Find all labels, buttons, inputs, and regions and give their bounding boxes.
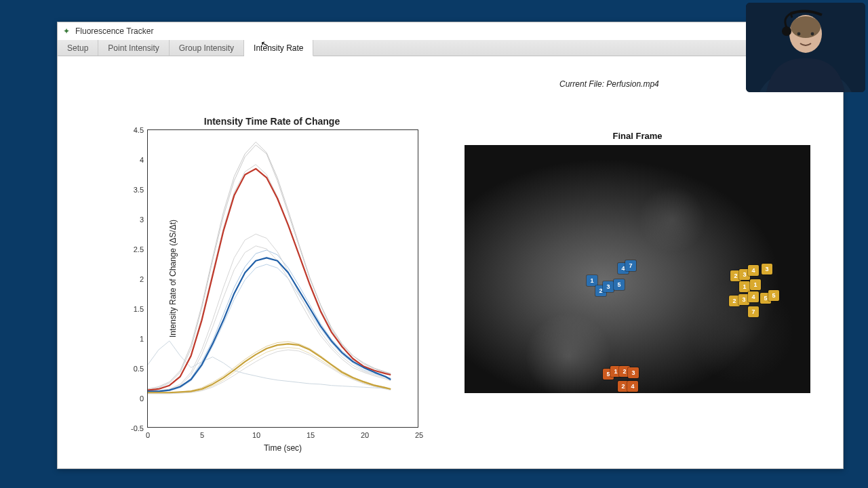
y-tick: 4.5 — [117, 126, 144, 134]
x-tick: 25 — [415, 431, 423, 439]
series-gray_hi_3 — [148, 165, 391, 392]
roi-marker[interactable]: 3 — [603, 281, 614, 292]
current-file-prefix: Current File: — [559, 79, 606, 89]
series-lightblue_2 — [148, 264, 391, 391]
x-axis-label: Time (sec) — [264, 443, 302, 453]
svg-point-6 — [782, 26, 791, 36]
roi-marker[interactable]: 1 — [750, 279, 761, 290]
current-file-label: Current File: Perfusion.mp4 — [559, 79, 659, 89]
x-tick: 15 — [307, 431, 315, 439]
app-icon: ✦ — [62, 26, 71, 36]
chart-axes[interactable]: Intensity Rate of Change (ΔS/Δt) Time (s… — [147, 129, 418, 428]
roi-marker[interactable]: 5 — [614, 279, 625, 290]
roi-marker[interactable]: 1 — [587, 275, 597, 286]
svg-point-3 — [791, 16, 821, 38]
y-tick: -0.5 — [117, 424, 144, 432]
roi-marker[interactable]: 7 — [625, 260, 636, 271]
svg-point-4 — [797, 33, 801, 36]
y-tick: 2 — [117, 275, 144, 283]
x-tick: 0 — [146, 431, 150, 439]
y-tick: 1.5 — [117, 305, 144, 313]
frame-image[interactable]: 123457234311523457512324 — [465, 145, 810, 393]
tab-intensity-rate[interactable]: Intensity Rate — [244, 40, 313, 56]
y-tick: 2.5 — [117, 245, 144, 253]
app-window: ✦ Fluorescence Tracker — Setup Point Int… — [57, 22, 844, 469]
tab-strip: Setup Point Intensity Group Intensity In… — [58, 40, 843, 56]
y-tick: 4 — [117, 156, 144, 164]
tab-group-intensity[interactable]: Group Intensity — [170, 40, 244, 56]
presenter-webcam — [746, 3, 865, 92]
roi-marker[interactable]: 1 — [739, 281, 750, 292]
roi-marker[interactable]: 7 — [748, 306, 759, 317]
x-tick: 5 — [200, 431, 204, 439]
frame-panel: Final Frame 123457234311523457512324 — [465, 131, 810, 393]
series-blue_mean — [148, 258, 391, 391]
x-tick: 20 — [361, 431, 369, 439]
y-tick: 0 — [117, 394, 144, 403]
roi-marker[interactable]: 3 — [762, 264, 772, 274]
x-tick: 10 — [252, 431, 260, 439]
roi-marker[interactable]: 4 — [748, 265, 759, 276]
y-tick: 3 — [117, 216, 144, 224]
y-tick: 3.5 — [117, 186, 144, 194]
tab-point-intensity[interactable]: Point Intensity — [98, 40, 169, 56]
titlebar: ✦ Fluorescence Tracker — [58, 22, 843, 40]
svg-point-5 — [811, 33, 814, 36]
chart-title: Intensity Time Rate of Change — [109, 116, 435, 127]
tab-setup[interactable]: Setup — [58, 40, 98, 56]
roi-marker[interactable]: 4 — [627, 381, 638, 392]
roi-marker[interactable]: 4 — [748, 291, 759, 302]
chart-panel: Intensity Time Rate of Change Intensity … — [109, 116, 435, 455]
roi-marker[interactable]: 5 — [768, 290, 779, 301]
content-area: Current File: Perfusion.mp4 Intensity Ti… — [58, 56, 843, 468]
frame-title: Final Frame — [465, 131, 810, 141]
roi-marker[interactable]: 3 — [628, 367, 639, 378]
current-file-name: Perfusion.mp4 — [606, 79, 658, 89]
window-title: Fluorescence Tracker — [75, 26, 839, 36]
y-tick: 1 — [117, 335, 144, 343]
y-tick: 0.5 — [117, 365, 144, 373]
